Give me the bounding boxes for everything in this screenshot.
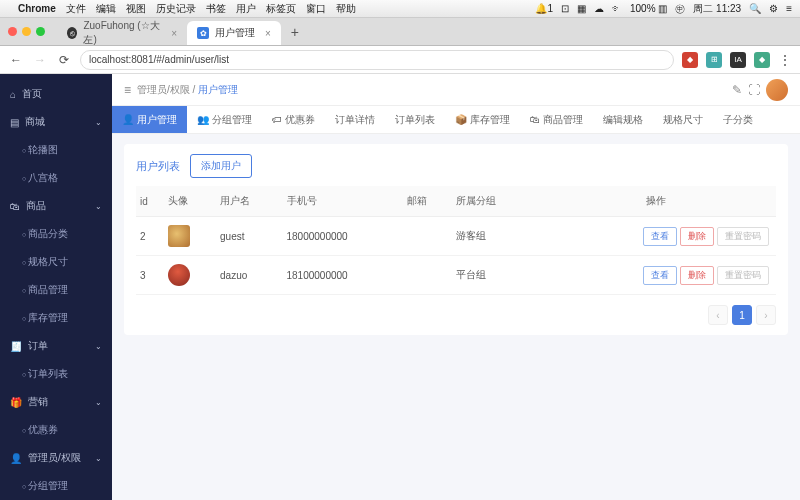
sidebar-sub-coupon[interactable]: 优惠券	[0, 416, 112, 444]
sidebar-sub-spec[interactable]: 规格尺寸	[0, 248, 112, 276]
tab-stock[interactable]: 📦库存管理	[445, 106, 520, 133]
tool-icon[interactable]: ⊡	[561, 3, 569, 14]
reset-password-button[interactable]: 重置密码	[717, 266, 769, 285]
user-icon: 👤	[10, 453, 22, 464]
sidebar-item-mall[interactable]: ▤商城⌄	[0, 108, 112, 136]
menu-view[interactable]: 视图	[126, 2, 146, 16]
menu-history[interactable]: 历史记录	[156, 2, 196, 16]
forward-icon[interactable]: →	[32, 53, 48, 67]
cell-phone: 18100000000	[283, 256, 404, 295]
th-email: 邮箱	[403, 186, 452, 217]
menu-window[interactable]: 窗口	[306, 2, 326, 16]
menubar-right: 🔔1 ⊡ ▦ ☁ ᯤ 100% ▥ ㊥ 周二 11:23 🔍 ⚙ ≡	[535, 2, 792, 16]
url-text: localhost:8081/#/admin/user/list	[89, 54, 229, 65]
user-avatar[interactable]	[766, 79, 788, 101]
sidebar-sub-carousel[interactable]: 轮播图	[0, 136, 112, 164]
close-icon[interactable]: ×	[171, 28, 177, 39]
tab-spec-size[interactable]: 规格尺寸	[653, 106, 713, 133]
tab-label: 编辑规格	[603, 113, 643, 127]
menu-tabs[interactable]: 标签页	[266, 2, 296, 16]
sidebar-item-marketing[interactable]: 🎁营销⌄	[0, 388, 112, 416]
sidebar-item-orders[interactable]: 🧾订单⌄	[0, 332, 112, 360]
menu-bookmarks[interactable]: 书签	[206, 2, 226, 16]
back-icon[interactable]: ←	[8, 53, 24, 67]
sidebar-item-home[interactable]: ⌂首页	[0, 80, 112, 108]
sidebar-sub-orderlist[interactable]: 订单列表	[0, 360, 112, 388]
menu-edit[interactable]: 编辑	[96, 2, 116, 16]
sidebar-item-admin[interactable]: 👤管理员/权限⌄	[0, 444, 112, 472]
extension-icon[interactable]: ◆	[682, 52, 698, 68]
cell-username: guest	[216, 217, 282, 256]
tab-coupon[interactable]: 🏷优惠券	[262, 106, 325, 133]
extension-icon[interactable]: IA	[730, 52, 746, 68]
panel-head: 用户列表 添加用户	[136, 154, 776, 178]
reload-icon[interactable]: ⟳	[56, 53, 72, 67]
extension-icon[interactable]: ◆	[754, 52, 770, 68]
tab-edit-spec[interactable]: 编辑规格	[593, 106, 653, 133]
fullscreen-icon[interactable]: ⛶	[748, 83, 760, 97]
cloud-icon[interactable]: ☁	[594, 3, 604, 14]
battery-icon[interactable]: 100% ▥	[630, 3, 667, 14]
url-input[interactable]: localhost:8081/#/admin/user/list	[80, 50, 674, 70]
delete-button[interactable]: 删除	[680, 227, 714, 246]
grid-icon[interactable]: ▦	[577, 3, 586, 14]
search-icon[interactable]: 🔍	[749, 3, 761, 14]
sidebar-sub-groupmgmt[interactable]: 分组管理	[0, 472, 112, 500]
cell-group: 平台组	[452, 256, 536, 295]
sidebar-sub-category[interactable]: 商品分类	[0, 220, 112, 248]
tab-order-list[interactable]: 订单列表	[385, 106, 445, 133]
sidebar-sub-grid8[interactable]: 八宫格	[0, 164, 112, 192]
menu-user[interactable]: 用户	[236, 2, 256, 16]
wifi-icon[interactable]: ᯤ	[612, 3, 622, 14]
extension-icon[interactable]: ⊞	[706, 52, 722, 68]
sidebar-item-label: 首页	[22, 87, 42, 101]
tab-group-mgmt[interactable]: 👥分组管理	[187, 106, 262, 133]
tab-github[interactable]: ⎋ ZuoFuhong (☆大左) ×	[57, 21, 187, 45]
control-icon[interactable]: ⚙	[769, 3, 778, 14]
gift-icon: 🎁	[10, 397, 22, 408]
menu-help[interactable]: 帮助	[336, 2, 356, 16]
cell-avatar	[164, 217, 216, 256]
tab-label: ZuoFuhong (☆大左)	[83, 19, 161, 47]
clock[interactable]: 周二 11:23	[693, 2, 741, 16]
menu-file[interactable]: 文件	[66, 2, 86, 16]
browser-menu-icon[interactable]: ⋮	[778, 52, 792, 68]
close-icon[interactable]: ×	[265, 28, 271, 39]
page-next-button[interactable]: ›	[756, 305, 776, 325]
panel-title: 用户列表	[136, 159, 180, 174]
close-window-icon[interactable]	[8, 27, 17, 36]
delete-button[interactable]: 删除	[680, 266, 714, 285]
new-tab-button[interactable]: +	[281, 24, 309, 40]
doc-icon: 🧾	[10, 341, 22, 352]
tab-subcat[interactable]: 子分类	[713, 106, 763, 133]
th-avatar: 头像	[164, 186, 216, 217]
cell-ops: 查看删除重置密码	[536, 256, 776, 295]
bag-icon: 🛍	[530, 114, 540, 125]
hamburger-icon[interactable]: ≡	[124, 83, 131, 97]
sidebar-sub-stock[interactable]: 库存管理	[0, 304, 112, 332]
list-icon[interactable]: ≡	[786, 3, 792, 14]
view-button[interactable]: 查看	[643, 266, 677, 285]
sidebar-sub-goods-mgmt[interactable]: 商品管理	[0, 276, 112, 304]
tab-user-mgmt[interactable]: ✿ 用户管理 ×	[187, 21, 281, 45]
tab-label: 规格尺寸	[663, 113, 703, 127]
add-user-button[interactable]: 添加用户	[190, 154, 252, 178]
bell-icon[interactable]: 🔔1	[535, 3, 553, 14]
view-button[interactable]: 查看	[643, 227, 677, 246]
wand-icon[interactable]: ✎	[732, 83, 742, 97]
page-number-button[interactable]: 1	[732, 305, 752, 325]
tab-goods-mgmt[interactable]: 🛍商品管理	[520, 106, 593, 133]
minimize-window-icon[interactable]	[22, 27, 31, 36]
chevron-down-icon: ⌄	[95, 118, 102, 127]
maximize-window-icon[interactable]	[36, 27, 45, 36]
input-icon[interactable]: ㊥	[675, 2, 685, 16]
top-bar: ≡ 管理员/权限 / 用户管理 ✎ ⛶	[112, 74, 800, 106]
reset-password-button[interactable]: 重置密码	[717, 227, 769, 246]
app-name[interactable]: Chrome	[18, 3, 56, 14]
tab-order-detail[interactable]: 订单详情	[325, 106, 385, 133]
window-controls	[8, 27, 45, 36]
sidebar-item-goods[interactable]: 🛍商品⌄	[0, 192, 112, 220]
tab-user-mgmt[interactable]: 👤用户管理	[112, 106, 187, 133]
page-prev-button[interactable]: ‹	[708, 305, 728, 325]
breadcrumb-parent[interactable]: 管理员/权限	[137, 84, 190, 95]
